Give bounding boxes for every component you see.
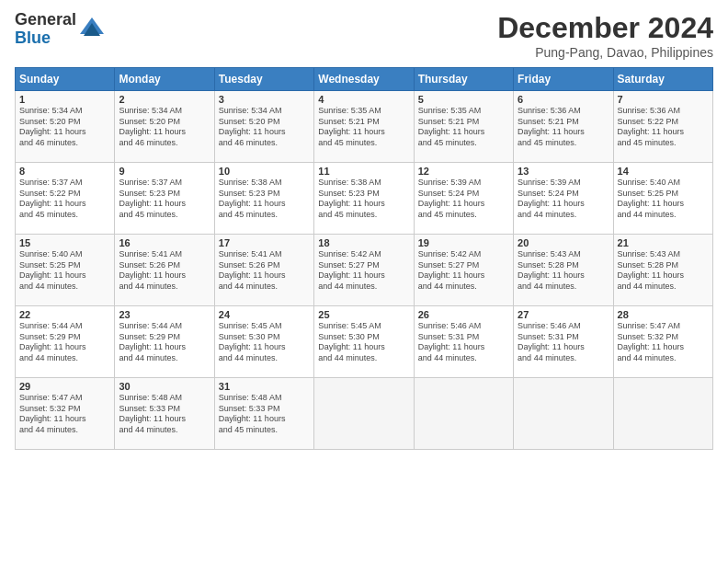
- calendar-week-2: 8Sunrise: 5:37 AMSunset: 5:22 PMDaylight…: [16, 163, 713, 235]
- day-number: 29: [19, 381, 110, 392]
- day-number: 8: [19, 166, 110, 177]
- calendar-cell: [613, 378, 712, 450]
- calendar-cell: 5Sunrise: 5:35 AMSunset: 5:21 PMDaylight…: [414, 91, 513, 163]
- day-number: 5: [418, 94, 509, 105]
- day-info: Sunrise: 5:38 AMSunset: 5:23 PMDaylight:…: [219, 178, 310, 221]
- subtitle: Pung-Pang, Davao, Philippines: [497, 45, 713, 60]
- calendar-week-4: 22Sunrise: 5:44 AMSunset: 5:29 PMDayligh…: [16, 306, 713, 378]
- logo-general: General: [15, 11, 76, 29]
- day-number: 18: [318, 237, 409, 248]
- day-info: Sunrise: 5:48 AMSunset: 5:33 PMDaylight:…: [119, 393, 210, 436]
- col-saturday: Saturday: [613, 68, 712, 91]
- day-info: Sunrise: 5:44 AMSunset: 5:29 PMDaylight:…: [19, 321, 110, 364]
- day-info: Sunrise: 5:40 AMSunset: 5:25 PMDaylight:…: [19, 249, 110, 293]
- logo: General Blue: [15, 11, 106, 48]
- calendar-cell: 8Sunrise: 5:37 AMSunset: 5:22 PMDaylight…: [16, 163, 115, 235]
- calendar-cell: 23Sunrise: 5:44 AMSunset: 5:29 PMDayligh…: [115, 306, 214, 378]
- day-info: Sunrise: 5:43 AMSunset: 5:28 PMDaylight:…: [618, 249, 709, 293]
- col-wednesday: Wednesday: [314, 68, 414, 91]
- day-number: 22: [19, 309, 110, 320]
- day-number: 15: [19, 237, 110, 248]
- day-info: Sunrise: 5:41 AMSunset: 5:26 PMDaylight:…: [219, 249, 310, 293]
- calendar-week-5: 29Sunrise: 5:47 AMSunset: 5:32 PMDayligh…: [16, 378, 713, 450]
- calendar-cell: 25Sunrise: 5:45 AMSunset: 5:30 PMDayligh…: [314, 306, 414, 378]
- day-number: 13: [518, 166, 609, 177]
- col-tuesday: Tuesday: [214, 68, 313, 91]
- day-info: Sunrise: 5:43 AMSunset: 5:28 PMDaylight:…: [518, 249, 609, 293]
- calendar-cell: 14Sunrise: 5:40 AMSunset: 5:25 PMDayligh…: [613, 163, 712, 235]
- col-friday: Friday: [514, 68, 613, 91]
- day-number: 2: [119, 94, 210, 105]
- calendar-cell: 9Sunrise: 5:37 AMSunset: 5:23 PMDaylight…: [115, 163, 214, 235]
- calendar-cell: [414, 378, 513, 450]
- day-info: Sunrise: 5:36 AMSunset: 5:22 PMDaylight:…: [618, 106, 709, 149]
- day-number: 7: [618, 94, 709, 105]
- day-number: 30: [119, 381, 210, 392]
- day-number: 6: [518, 94, 609, 105]
- day-info: Sunrise: 5:36 AMSunset: 5:21 PMDaylight:…: [518, 106, 609, 149]
- day-info: Sunrise: 5:45 AMSunset: 5:30 PMDaylight:…: [219, 321, 310, 364]
- day-number: 24: [219, 309, 310, 320]
- day-number: 12: [418, 166, 509, 177]
- calendar-cell: 18Sunrise: 5:42 AMSunset: 5:27 PMDayligh…: [314, 235, 414, 306]
- calendar-cell: [314, 378, 414, 450]
- calendar-cell: 4Sunrise: 5:35 AMSunset: 5:21 PMDaylight…: [314, 91, 414, 163]
- logo-blue: Blue: [15, 29, 76, 48]
- day-number: 3: [219, 94, 310, 105]
- calendar-cell: 31Sunrise: 5:48 AMSunset: 5:33 PMDayligh…: [214, 378, 313, 450]
- calendar-week-3: 15Sunrise: 5:40 AMSunset: 5:25 PMDayligh…: [16, 235, 713, 306]
- day-number: 20: [518, 237, 609, 248]
- calendar-cell: 29Sunrise: 5:47 AMSunset: 5:32 PMDayligh…: [16, 378, 115, 450]
- calendar-cell: 24Sunrise: 5:45 AMSunset: 5:30 PMDayligh…: [214, 306, 313, 378]
- calendar-cell: 6Sunrise: 5:36 AMSunset: 5:21 PMDaylight…: [514, 91, 613, 163]
- col-sunday: Sunday: [16, 68, 115, 91]
- day-number: 21: [618, 237, 709, 248]
- day-info: Sunrise: 5:47 AMSunset: 5:32 PMDaylight:…: [19, 393, 110, 436]
- day-info: Sunrise: 5:40 AMSunset: 5:25 PMDaylight:…: [618, 178, 709, 221]
- day-number: 25: [318, 309, 409, 320]
- header-row: Sunday Monday Tuesday Wednesday Thursday…: [16, 68, 713, 91]
- day-number: 19: [418, 237, 509, 248]
- day-info: Sunrise: 5:46 AMSunset: 5:31 PMDaylight:…: [418, 321, 509, 364]
- calendar-cell: 19Sunrise: 5:42 AMSunset: 5:27 PMDayligh…: [414, 235, 513, 306]
- main-title: December 2024: [497, 11, 713, 45]
- day-number: 17: [219, 237, 310, 248]
- day-info: Sunrise: 5:34 AMSunset: 5:20 PMDaylight:…: [119, 106, 210, 149]
- day-info: Sunrise: 5:45 AMSunset: 5:30 PMDaylight:…: [318, 321, 409, 364]
- col-thursday: Thursday: [414, 68, 513, 91]
- calendar: Sunday Monday Tuesday Wednesday Thursday…: [15, 67, 713, 450]
- calendar-cell: [514, 378, 613, 450]
- day-info: Sunrise: 5:42 AMSunset: 5:27 PMDaylight:…: [418, 249, 509, 293]
- calendar-cell: 27Sunrise: 5:46 AMSunset: 5:31 PMDayligh…: [514, 306, 613, 378]
- day-number: 16: [119, 237, 210, 248]
- calendar-cell: 2Sunrise: 5:34 AMSunset: 5:20 PMDaylight…: [115, 91, 214, 163]
- day-info: Sunrise: 5:35 AMSunset: 5:21 PMDaylight:…: [318, 106, 409, 149]
- calendar-cell: 16Sunrise: 5:41 AMSunset: 5:26 PMDayligh…: [115, 235, 214, 306]
- day-number: 4: [318, 94, 409, 105]
- day-info: Sunrise: 5:46 AMSunset: 5:31 PMDaylight:…: [518, 321, 609, 364]
- day-number: 10: [219, 166, 310, 177]
- page: General Blue December 2024 Pung-Pang, Da…: [0, 0, 728, 563]
- calendar-cell: 17Sunrise: 5:41 AMSunset: 5:26 PMDayligh…: [214, 235, 313, 306]
- calendar-cell: 26Sunrise: 5:46 AMSunset: 5:31 PMDayligh…: [414, 306, 513, 378]
- calendar-cell: 28Sunrise: 5:47 AMSunset: 5:32 PMDayligh…: [613, 306, 712, 378]
- day-info: Sunrise: 5:34 AMSunset: 5:20 PMDaylight:…: [19, 106, 110, 149]
- day-info: Sunrise: 5:39 AMSunset: 5:24 PMDaylight:…: [418, 178, 509, 221]
- logo-icon: [78, 16, 106, 43]
- day-info: Sunrise: 5:38 AMSunset: 5:23 PMDaylight:…: [318, 178, 409, 221]
- calendar-cell: 1Sunrise: 5:34 AMSunset: 5:20 PMDaylight…: [16, 91, 115, 163]
- header: General Blue December 2024 Pung-Pang, Da…: [15, 11, 713, 60]
- day-number: 1: [19, 94, 110, 105]
- day-number: 23: [119, 309, 210, 320]
- calendar-cell: 30Sunrise: 5:48 AMSunset: 5:33 PMDayligh…: [115, 378, 214, 450]
- calendar-cell: 21Sunrise: 5:43 AMSunset: 5:28 PMDayligh…: [613, 235, 712, 306]
- logo-text: General Blue: [15, 11, 76, 48]
- day-number: 31: [219, 381, 310, 392]
- calendar-cell: 15Sunrise: 5:40 AMSunset: 5:25 PMDayligh…: [16, 235, 115, 306]
- day-info: Sunrise: 5:37 AMSunset: 5:22 PMDaylight:…: [19, 178, 110, 221]
- col-monday: Monday: [115, 68, 214, 91]
- calendar-cell: 22Sunrise: 5:44 AMSunset: 5:29 PMDayligh…: [16, 306, 115, 378]
- calendar-week-1: 1Sunrise: 5:34 AMSunset: 5:20 PMDaylight…: [16, 91, 713, 163]
- title-block: December 2024 Pung-Pang, Davao, Philippi…: [497, 11, 713, 60]
- day-info: Sunrise: 5:41 AMSunset: 5:26 PMDaylight:…: [119, 249, 210, 293]
